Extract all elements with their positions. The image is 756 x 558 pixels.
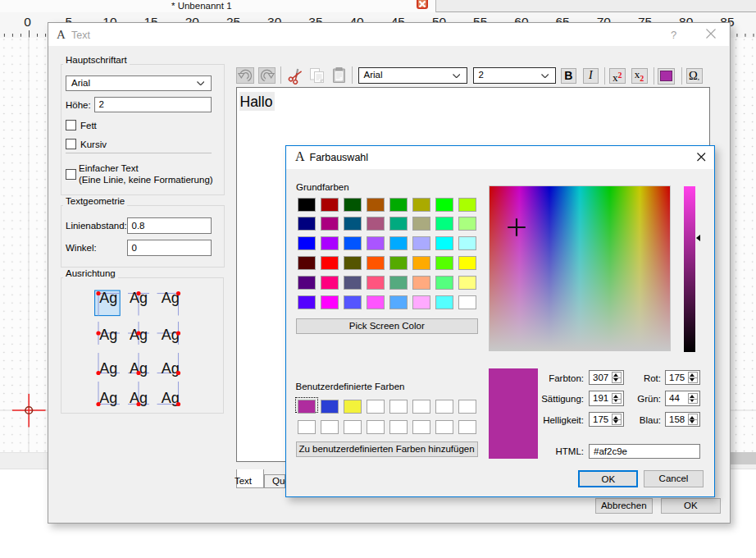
svg-text:0: 0 [24,15,31,29]
